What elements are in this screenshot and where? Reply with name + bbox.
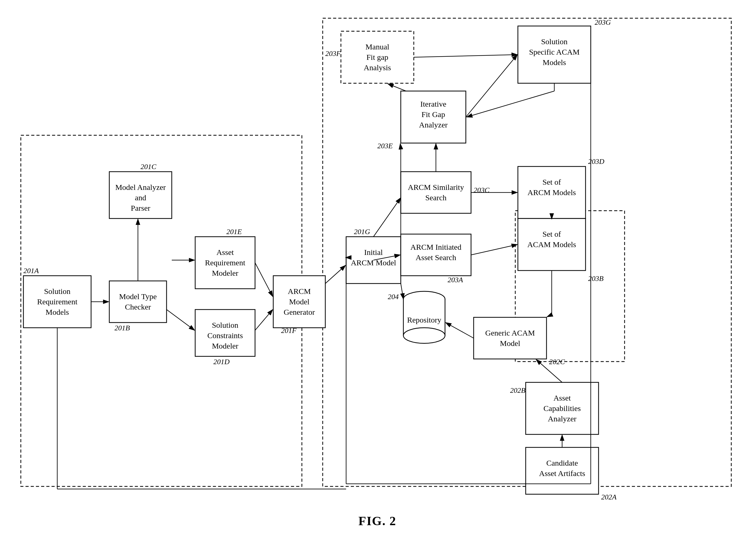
svg-line-104 xyxy=(414,55,517,57)
svg-text:Requirement: Requirement xyxy=(205,258,246,267)
svg-text:Models: Models xyxy=(46,308,69,316)
svg-rect-77 xyxy=(341,31,414,83)
svg-text:Generator: Generator xyxy=(284,308,315,316)
svg-text:Analysis: Analysis xyxy=(364,63,391,72)
svg-text:201G: 201G xyxy=(354,228,370,236)
svg-line-93 xyxy=(325,265,346,284)
svg-rect-1 xyxy=(515,211,624,362)
svg-text:201D: 201D xyxy=(213,358,230,366)
svg-text:ARCM Initiated: ARCM Initiated xyxy=(410,243,461,251)
svg-text:Iterative: Iterative xyxy=(420,100,446,108)
svg-text:Solution: Solution xyxy=(541,37,568,46)
svg-text:Asset: Asset xyxy=(553,394,571,402)
svg-text:Model Type: Model Type xyxy=(119,292,157,301)
svg-text:Asset Search: Asset Search xyxy=(415,253,456,262)
svg-text:ARCM Models: ARCM Models xyxy=(528,188,576,196)
svg-rect-68 xyxy=(518,219,586,270)
svg-rect-64 xyxy=(401,234,471,276)
svg-rect-12 xyxy=(109,172,172,219)
svg-text:Analyzer: Analyzer xyxy=(419,121,448,129)
svg-text:Solution: Solution xyxy=(212,321,238,329)
svg-text:Modeler: Modeler xyxy=(212,341,238,350)
svg-text:Models: Models xyxy=(543,58,566,67)
svg-text:203G: 203G xyxy=(595,18,611,26)
svg-text:ARCM: ARCM xyxy=(288,287,311,296)
svg-text:204: 204 xyxy=(388,293,399,301)
svg-rect-8 xyxy=(109,281,166,323)
svg-rect-22 xyxy=(195,310,255,357)
svg-text:ARCM Similarity: ARCM Similarity xyxy=(408,183,464,191)
svg-line-112 xyxy=(547,315,552,317)
svg-text:Asset Artifacts: Asset Artifacts xyxy=(539,469,585,478)
svg-rect-56 xyxy=(401,172,471,213)
figure-label: FIG. 2 xyxy=(358,514,396,528)
svg-text:203B: 203B xyxy=(588,274,604,283)
svg-rect-52 xyxy=(474,317,546,359)
svg-text:ACAM Models: ACAM Models xyxy=(527,240,576,249)
svg-text:203E: 203E xyxy=(377,142,393,150)
svg-text:Set of: Set of xyxy=(543,230,561,238)
svg-text:Initial: Initial xyxy=(364,248,383,256)
svg-text:202C: 202C xyxy=(549,358,565,366)
svg-text:Candidate: Candidate xyxy=(546,459,578,467)
svg-point-36 xyxy=(403,291,445,307)
svg-rect-72 xyxy=(401,91,466,143)
svg-text:201B: 201B xyxy=(115,324,130,332)
svg-text:Set of: Set of xyxy=(543,178,561,186)
svg-text:Capabilities: Capabilities xyxy=(543,404,581,412)
svg-line-99 xyxy=(471,244,517,255)
svg-text:ARCM Model: ARCM Model xyxy=(351,258,396,267)
svg-line-96 xyxy=(373,255,400,260)
svg-rect-47 xyxy=(526,382,599,434)
svg-text:Fit gap: Fit gap xyxy=(366,53,388,61)
svg-text:Fit Gap: Fit Gap xyxy=(422,110,445,118)
svg-rect-2 xyxy=(323,18,731,486)
svg-text:Parser: Parser xyxy=(131,204,150,212)
svg-rect-17 xyxy=(195,237,255,289)
svg-line-110 xyxy=(467,91,554,117)
svg-rect-37 xyxy=(403,299,445,335)
svg-text:Modeler: Modeler xyxy=(212,269,238,277)
svg-text:Model Analyzer: Model Analyzer xyxy=(115,183,166,191)
svg-rect-82 xyxy=(518,26,591,83)
svg-text:203C: 203C xyxy=(474,186,489,194)
svg-text:Solution: Solution xyxy=(44,287,71,296)
svg-text:Asset: Asset xyxy=(217,248,234,256)
svg-line-114 xyxy=(536,360,562,382)
svg-text:Generic  ACAM: Generic ACAM xyxy=(485,328,535,337)
svg-text:201A: 201A xyxy=(23,266,39,275)
svg-rect-27 xyxy=(273,276,325,328)
svg-text:Checker: Checker xyxy=(125,303,151,311)
svg-text:Constraints: Constraints xyxy=(207,331,243,340)
svg-text:Manual: Manual xyxy=(365,43,389,51)
svg-rect-3 xyxy=(23,276,91,328)
svg-rect-0 xyxy=(21,135,302,486)
svg-text:202A: 202A xyxy=(601,493,617,501)
svg-line-92 xyxy=(255,310,273,330)
svg-text:Search: Search xyxy=(425,193,447,202)
diagram-container: Solution Requirement Models 201A Model T… xyxy=(16,10,739,531)
svg-text:Model: Model xyxy=(289,297,309,306)
svg-line-116 xyxy=(401,284,403,299)
svg-text:Analyzer: Analyzer xyxy=(548,414,577,423)
svg-text:201E: 201E xyxy=(226,228,242,236)
svg-line-90 xyxy=(166,310,195,330)
svg-line-91 xyxy=(255,263,273,297)
svg-text:201C: 201C xyxy=(141,163,156,171)
svg-text:Model: Model xyxy=(500,339,520,347)
svg-rect-32 xyxy=(346,237,401,284)
svg-line-115 xyxy=(446,323,474,338)
svg-line-117 xyxy=(466,55,517,117)
svg-text:201F: 201F xyxy=(281,326,297,334)
svg-text:202B: 202B xyxy=(510,386,525,394)
svg-text:and: and xyxy=(135,193,146,202)
svg-text:203D: 203D xyxy=(588,157,604,165)
svg-text:203A: 203A xyxy=(448,276,463,284)
svg-text:203F: 203F xyxy=(325,50,341,58)
svg-line-94 xyxy=(373,198,401,237)
svg-text:Repository: Repository xyxy=(407,316,441,324)
svg-line-103 xyxy=(388,84,406,91)
svg-line-102 xyxy=(400,144,401,148)
svg-point-40 xyxy=(403,328,445,343)
svg-text:Requirement: Requirement xyxy=(37,297,78,306)
